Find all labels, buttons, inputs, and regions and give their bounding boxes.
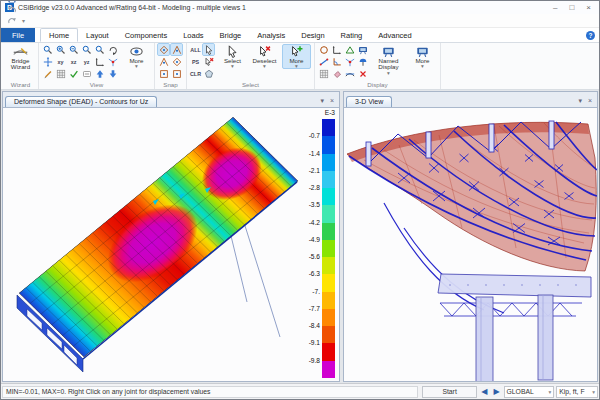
show-tables-icon[interactable] — [318, 68, 329, 79]
show-grid-icon[interactable] — [55, 68, 66, 79]
menu-tab-design[interactable]: Design — [293, 28, 332, 42]
get-previous-selection-icon[interactable]: PS — [190, 56, 201, 67]
rotate-3d-view-icon[interactable] — [107, 44, 118, 55]
show-joint-icon[interactable] — [344, 56, 355, 67]
previous-step-icon[interactable]: ◀ — [479, 387, 489, 397]
window-title: CSiBridge v23.0.0 Advanced w/Rating 64-b… — [18, 4, 246, 11]
show-axes-check-icon[interactable] — [68, 68, 79, 79]
ribbon-group-view: xyxzyz More ▾ View — [39, 43, 155, 89]
select-pointer-icon[interactable] — [203, 44, 214, 55]
select-button[interactable]: Select ▾ — [218, 44, 247, 68]
show-frame-icon[interactable] — [318, 56, 329, 67]
clear-selection-icon[interactable]: CLR — [190, 68, 201, 79]
view-3d-icon[interactable] — [107, 56, 118, 67]
coordinate-system-select[interactable]: GLOBAL▾ — [504, 386, 555, 398]
display-more-button[interactable]: More ▾ — [408, 44, 437, 68]
legend-band-6 — [322, 223, 335, 240]
save-icon[interactable] — [6, 0, 17, 4]
menu-tab-components[interactable]: Components — [117, 28, 176, 42]
legend-band-12 — [322, 326, 335, 343]
view-xz-icon[interactable]: xz — [68, 56, 79, 67]
redo-icon[interactable] — [6, 15, 17, 26]
legend-exponent: E-3 — [325, 109, 335, 118]
legend-band-7 — [322, 240, 335, 257]
deselect-pointer-icon[interactable] — [203, 56, 214, 67]
named-display-button[interactable]: Named Display ▾ — [372, 44, 405, 75]
zoom-in-icon[interactable] — [55, 44, 66, 55]
show-shell-icon[interactable] — [344, 44, 355, 55]
close-icon[interactable]: × — [586, 3, 591, 13]
snap-to-grid-icon[interactable] — [171, 68, 182, 79]
show-labels-icon[interactable] — [81, 68, 92, 79]
chevron-down-icon: ▾ — [263, 64, 266, 68]
bridge-deck-contour — [19, 117, 298, 357]
legend-tick-values: -0.7-1.4-2.1-2.8-3.5-4.2-4.9-5.6-6.3-7.-… — [302, 119, 320, 378]
window-menu-icon[interactable]: ▾ — [320, 97, 324, 105]
contour-viewport[interactable]: E-3 -0.7-1.4-2.1-2.8-3.5-4.2-4.9-5.6-6.3… — [3, 108, 339, 381]
bridge-wizard-button[interactable]: Bridge Wizard — [6, 44, 35, 71]
show-clear-icon[interactable] — [357, 68, 368, 79]
view-yz-icon[interactable]: yz — [81, 56, 92, 67]
show-axes-icon[interactable] — [331, 44, 342, 55]
deformed-shape-plot — [3, 108, 301, 381]
help-icon[interactable]: ? — [586, 31, 595, 40]
legend-tick: -9.1 — [309, 339, 320, 346]
snap-to-intersections-icon[interactable] — [171, 56, 182, 67]
close-view-icon[interactable]: × — [330, 97, 334, 105]
ribbon: Bridge Wizard Wizard xyxzyz More ▾ View … — [1, 43, 599, 90]
show-angle-icon[interactable] — [331, 56, 342, 67]
view-xy-icon[interactable]: xy — [55, 56, 66, 67]
legend-color-bar — [322, 119, 335, 378]
object-visibility-icon[interactable] — [107, 68, 118, 79]
group-label-select: Select — [190, 81, 311, 89]
snap-to-midpoints-icon[interactable] — [171, 44, 182, 55]
legend-tick: -4.2 — [309, 219, 320, 226]
select-poly-icon[interactable] — [203, 68, 214, 79]
chevron-down-icon: ▾ — [387, 71, 390, 75]
start-animation-button[interactable]: Start Animation — [422, 386, 477, 398]
three-d-viewport[interactable] — [344, 108, 597, 381]
select-more-button[interactable]: More ▾ — [282, 44, 311, 69]
menu-tab-analysis[interactable]: Analysis — [249, 28, 293, 42]
close-view-icon[interactable]: × — [588, 97, 592, 105]
menu-tab-bridge[interactable]: Bridge — [212, 28, 250, 42]
menu-tab-advanced[interactable]: Advanced — [370, 28, 419, 42]
tab-deformed-shape[interactable]: Deformed Shape (DEAD) - Contours for Uz — [5, 96, 157, 107]
restore-icon[interactable]: □ — [569, 3, 574, 13]
next-step-icon[interactable]: ▶ — [491, 387, 501, 397]
right-panel-tabstrip: 3-D View ▾ × — [344, 92, 597, 108]
zoom-window-icon[interactable] — [42, 44, 53, 55]
shrink-objects-icon[interactable] — [94, 68, 105, 79]
pan-icon[interactable] — [42, 56, 53, 67]
view-more-button[interactable]: More ▾ — [122, 44, 151, 68]
menu-tab-file[interactable]: File — [1, 28, 35, 42]
menu-tab-layout[interactable]: Layout — [78, 28, 117, 42]
zoom-extents-icon[interactable] — [81, 44, 92, 55]
units-select[interactable]: Kip, ft, F▾ — [556, 386, 598, 398]
snap-to-joints-icon[interactable] — [158, 44, 169, 55]
show-bridge-icon[interactable] — [344, 68, 355, 79]
snap-to-perpendicular-icon[interactable] — [158, 68, 169, 79]
show-eraser-icon[interactable] — [331, 68, 342, 79]
bridge-3d-wireframe — [344, 108, 597, 381]
axes-display-icon[interactable] — [94, 56, 105, 67]
snap-to-ends-icon[interactable] — [158, 56, 169, 67]
show-load-icon[interactable] — [357, 56, 368, 67]
menu-tab-rating[interactable]: Rating — [333, 28, 371, 42]
undo-icon[interactable] — [6, 4, 17, 15]
qat-dropdown-icon[interactable]: ▾ — [22, 17, 25, 24]
show-undeformed-icon[interactable] — [318, 44, 329, 55]
deselect-button[interactable]: Deselect ▾ — [250, 44, 279, 68]
menu-tab-home[interactable]: Home — [40, 28, 78, 42]
minimize-icon[interactable]: – — [553, 3, 557, 13]
zoom-previous-icon[interactable] — [94, 44, 105, 55]
tab-3d-view[interactable]: 3-D View — [346, 96, 392, 107]
menu-tab-loads[interactable]: Loads — [175, 28, 211, 42]
legend-tick: -4.9 — [309, 236, 320, 243]
draw-mode-icon[interactable] — [42, 68, 53, 79]
window-menu-icon[interactable]: ▾ — [578, 97, 582, 105]
zoom-out-icon[interactable] — [68, 44, 79, 55]
select-all-icon[interactable]: ALL — [190, 44, 201, 55]
chevron-down-icon: ▾ — [231, 64, 234, 68]
show-monitor-icon[interactable] — [357, 44, 368, 55]
